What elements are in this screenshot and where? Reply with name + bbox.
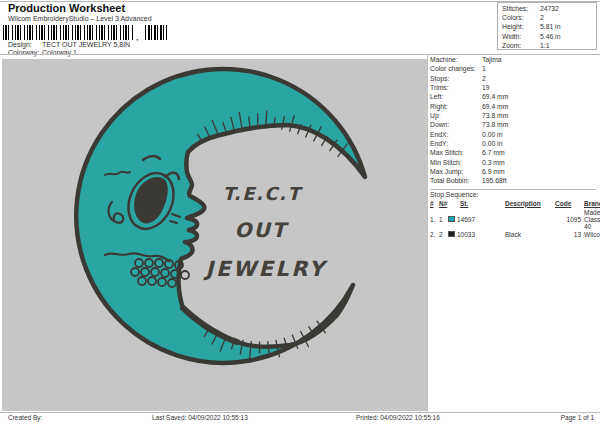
detail-row: Total Bobbin:195.68ft: [430, 177, 598, 186]
stat-value: 5.46 in: [540, 33, 560, 42]
thread-description: Black: [505, 230, 555, 238]
thread-st-number: 14697: [457, 216, 475, 223]
machine-info-panel: Machine:Tajima Color changes:1 Stops:2 T…: [430, 56, 598, 238]
barcode-comma: ,: [136, 34, 139, 40]
design-text-line3: JEWELRY: [203, 257, 329, 281]
detail-row: Max Jump:6.9 mm: [430, 168, 598, 177]
thread-n: 2: [439, 230, 448, 238]
detail-value: 1: [482, 65, 486, 74]
thread-brand: Wilcom: [584, 230, 598, 238]
col-header-brand: Brand: [584, 200, 598, 208]
stat-label: Colors:: [502, 14, 540, 23]
detail-row: Trims:19: [430, 84, 598, 93]
page-number: Page 1 of 1: [520, 414, 594, 421]
stat-label: Width:: [502, 33, 540, 42]
thread-num: 2.: [430, 230, 439, 238]
stat-label: Zoom:: [502, 42, 540, 51]
detail-row: Down:73.8 mm: [430, 121, 598, 130]
detail-row: Right:69.4 mm: [430, 103, 598, 112]
detail-row: Max Stitch:6.7 mm: [430, 149, 598, 158]
thread-code: 1095: [555, 208, 584, 230]
col-header-st: St.: [448, 200, 505, 208]
detail-label: Down:: [430, 121, 482, 130]
col-header-num: #: [430, 200, 439, 208]
detail-value: 0.3 mm: [482, 159, 505, 168]
stat-label: Stitches:: [502, 5, 540, 14]
stop-sequence-label: Stop Sequence:: [430, 191, 598, 200]
detail-label: Total Bobbin:: [430, 177, 482, 186]
detail-row: Left:69.4 mm: [430, 93, 598, 102]
stat-row: Width:5.46 in: [502, 33, 596, 42]
detail-label: Right:: [430, 103, 482, 112]
stat-value: 1:1: [540, 42, 549, 51]
thread-row: 2. 2 10033 Black 13 Wilcom: [430, 230, 598, 238]
detail-value: 6.7 mm: [482, 149, 505, 158]
detail-value: 73.8 mm: [482, 121, 508, 130]
thread-color-swatch: [448, 231, 455, 237]
detail-row: Color changes:1: [430, 65, 598, 74]
detail-row: Machine:Tajima: [430, 56, 598, 65]
app-subtitle: Wilcom EmbroideryStudio – Level 3 Advanc…: [8, 15, 152, 22]
detail-label: Max Stitch:: [430, 149, 482, 158]
stop-sequence-divider: [430, 189, 596, 190]
detail-value: 69.4 mm: [482, 103, 508, 112]
design-label: Design:: [8, 41, 42, 48]
detail-label: EndY:: [430, 140, 482, 149]
stop-sequence-header-row: # N# St. Description Code Brand: [430, 200, 598, 208]
stat-value: 24732: [540, 5, 559, 14]
detail-value: 73.8 mm: [482, 112, 508, 121]
created-by-label: Created By:: [8, 414, 42, 421]
detail-row: Stops:2: [430, 75, 598, 84]
detail-label: Stops:: [430, 75, 482, 84]
last-saved-text: Last Saved: 04/09/2022 10:55:13: [152, 414, 248, 421]
detail-value: 0.00 in: [482, 140, 502, 149]
production-worksheet-page: Production Worksheet Wilcom EmbroiderySt…: [0, 0, 600, 424]
printed-text: Printed: 04/09/2022 10:55:16: [356, 414, 440, 421]
stat-row: Stitches:24732: [502, 5, 596, 14]
detail-value: 69.4 mm: [482, 93, 508, 102]
panel-divider: [427, 54, 428, 412]
thread-num: 1.: [430, 208, 439, 230]
thread-code: 13: [555, 230, 584, 238]
detail-label: Min Stitch:: [430, 159, 482, 168]
thread-brand: Madeira Classic 40: [584, 208, 598, 230]
thread-description: [505, 208, 555, 230]
detail-row: EndY:0.00 in: [430, 140, 598, 149]
thread-row: 1. 1 14697 1095 Madeira Classic 40: [430, 208, 598, 230]
design-canvas: T.E.C.T OUT JEWELRY: [2, 59, 427, 411]
thread-n: 1: [439, 208, 448, 230]
detail-label: Trims:: [430, 84, 482, 93]
detail-row: Up:73.8 mm: [430, 112, 598, 121]
detail-value: 0.00 in: [482, 131, 502, 140]
detail-label: Machine:: [430, 56, 482, 65]
detail-label: Left:: [430, 93, 482, 102]
detail-value: 19: [482, 84, 490, 93]
page-title: Production Worksheet: [8, 2, 125, 14]
col-header-code: Code: [555, 200, 584, 208]
stat-row: Zoom:1:1: [502, 42, 596, 51]
detail-label: EndX:: [430, 131, 482, 140]
design-text-line2: OUT: [235, 218, 290, 242]
design-row: Design:TECT OUT JEWELRY 5,8IN: [8, 41, 130, 48]
header-divider: [0, 54, 600, 55]
design-stats-box: Stitches:24732 Colors:2 Height:5.81 in W…: [497, 2, 597, 50]
detail-value: 6.9 mm: [482, 168, 505, 177]
stop-sequence-table: # N# St. Description Code Brand 1. 1 146…: [430, 200, 598, 238]
col-header-n: N#: [439, 200, 448, 208]
detail-label: Up:: [430, 112, 482, 121]
stat-value: 2: [540, 14, 544, 23]
detail-row: EndX:0.00 in: [430, 131, 598, 140]
design-text-line1: T.E.C.T: [223, 183, 304, 204]
detail-row: Min Stitch:0.3 mm: [430, 159, 598, 168]
moon-crescent-shape: [76, 69, 365, 363]
detail-value: 195.68ft: [482, 177, 507, 186]
detail-value: Tajima: [482, 56, 502, 65]
embroidery-design-image: T.E.C.T OUT JEWELRY: [2, 59, 427, 411]
barcode-bars: [3, 25, 135, 40]
barcode: ,: [3, 25, 167, 40]
design-lettering: T.E.C.T OUT JEWELRY: [203, 183, 329, 281]
col-header-description: Description: [505, 200, 555, 208]
detail-label: Color changes:: [430, 65, 482, 74]
stat-row: Colors:2: [502, 14, 596, 23]
barcode-bars-2: [145, 25, 167, 40]
